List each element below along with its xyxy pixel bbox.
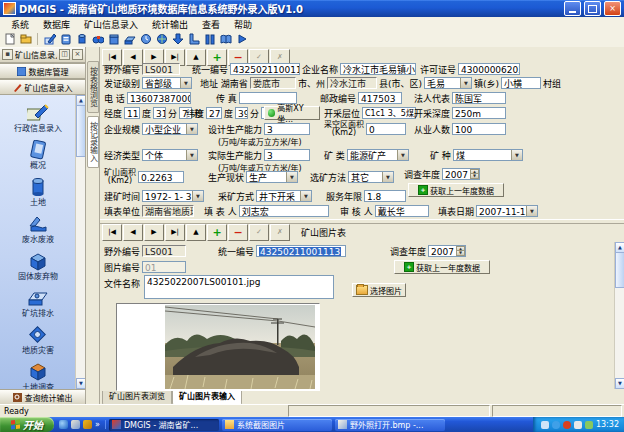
- sidebar-group-database[interactable]: 数据库管理: [0, 63, 85, 79]
- restore-button[interactable]: [584, 1, 601, 16]
- nav-first-button[interactable]: |◀: [102, 224, 122, 241]
- pen-entry-icon[interactable]: [43, 33, 56, 46]
- enterprise-scale-dropdown[interactable]: 小型企业▼: [142, 123, 198, 135]
- chevron-down-icon[interactable]: ▼: [300, 191, 311, 201]
- gauss-xy-button[interactable]: 高斯XY坐...: [264, 106, 320, 120]
- scroll-down-icon[interactable]: ▼: [615, 378, 624, 389]
- chevron-down-icon[interactable]: ▼: [186, 150, 197, 160]
- pic-survey-year-spinner[interactable]: 2007▲▼: [428, 245, 466, 257]
- lat-min-input[interactable]: 39: [235, 107, 248, 119]
- sidebar-pushpin-button[interactable]: ◫: [59, 49, 70, 60]
- chevron-down-icon[interactable]: ▼: [397, 150, 408, 160]
- pic-fetch-previous-year-button[interactable]: + 获取上一年度数据: [394, 260, 490, 274]
- ruler-icon[interactable]: [187, 33, 200, 46]
- employees-input[interactable]: 100: [452, 123, 506, 135]
- license-no-input[interactable]: 4300000620321: [458, 63, 520, 75]
- survey-year-spinner[interactable]: 2007▲▼: [442, 168, 480, 180]
- nav-delete-button[interactable]: −: [228, 224, 248, 241]
- globe-survey-icon[interactable]: [155, 33, 168, 46]
- mining-method-dropdown[interactable]: 井下开采▼: [256, 190, 312, 202]
- land-cylinder-icon[interactable]: [75, 33, 88, 46]
- columns-icon[interactable]: [203, 33, 216, 46]
- tray-network-icon[interactable]: [541, 421, 549, 429]
- mining-depth-input[interactable]: 250m: [452, 107, 506, 119]
- lon-min-input[interactable]: 31: [153, 107, 166, 119]
- nav-prior-button[interactable]: ◀: [123, 224, 143, 241]
- chevron-down-icon[interactable]: ▼: [460, 78, 471, 88]
- lon-deg-input[interactable]: 111: [124, 107, 140, 119]
- actual-capacity-input[interactable]: 3: [264, 149, 310, 161]
- nav-cancel-button[interactable]: ✗: [270, 224, 290, 241]
- menu-help[interactable]: 帮助: [227, 18, 259, 31]
- phone-input[interactable]: 13607387000: [127, 92, 191, 104]
- nav-edit-button[interactable]: ▲: [186, 224, 206, 241]
- design-capacity-input[interactable]: 3: [264, 123, 310, 135]
- tab-record-entry[interactable]: 按记录输入: [87, 116, 99, 168]
- tray-messenger-icon[interactable]: [552, 421, 560, 429]
- binoculars-icon[interactable]: [91, 33, 104, 46]
- sidebar-item-geohazard[interactable]: 地质灾害: [3, 325, 73, 355]
- postcode-input[interactable]: 417503: [358, 92, 402, 104]
- spin-down-icon[interactable]: ▼: [456, 250, 465, 256]
- tray-antivirus-icon[interactable]: [563, 421, 571, 429]
- sidebar-item-wastewater[interactable]: 废水废液: [3, 214, 73, 244]
- sidebar-item-land[interactable]: 土地: [3, 177, 73, 207]
- spin-down-icon[interactable]: ▼: [470, 173, 479, 179]
- tab-picture-browse[interactable]: 矿山图片表浏览: [102, 391, 172, 405]
- production-status-dropdown[interactable]: 生产▼: [246, 171, 298, 183]
- tab-picture-entry[interactable]: 矿山图片表输入: [172, 391, 242, 405]
- scrollbar-thumb[interactable]: [76, 105, 85, 157]
- nav-next-button[interactable]: ▶: [144, 224, 164, 241]
- sidebar-group-query-output[interactable]: 查询统计输出: [0, 389, 85, 405]
- sidebar-scrollbar[interactable]: ▲ ▼: [75, 95, 85, 389]
- quick-launch-more-icon[interactable]: »: [95, 420, 100, 429]
- fill-date-picker[interactable]: 2007-11-13▼: [476, 205, 538, 217]
- chevron-down-icon[interactable]: ▼: [186, 124, 197, 134]
- sidebar-item-solid-waste[interactable]: 固体废弃物: [3, 251, 73, 281]
- sidebar-close-button[interactable]: ×: [72, 49, 83, 60]
- legal-rep-input[interactable]: 陈国军: [452, 92, 506, 104]
- tray-volume-icon[interactable]: [574, 421, 582, 429]
- lat-deg-input[interactable]: 27: [206, 107, 222, 119]
- mine-kind-dropdown[interactable]: 煤▼: [453, 149, 523, 161]
- nav-last-button[interactable]: ▶|: [165, 224, 185, 241]
- open-folder-icon[interactable]: [19, 33, 32, 46]
- tab-table-browse[interactable]: 按表格浏览: [87, 61, 99, 113]
- unified-no-input[interactable]: 43250211001113: [230, 63, 300, 75]
- sidebar-pin-icon[interactable]: ▪: [2, 49, 13, 60]
- choose-picture-button[interactable]: 选择图片: [352, 283, 406, 297]
- town-input[interactable]: 小横: [501, 77, 541, 89]
- chevron-down-icon[interactable]: ▼: [526, 206, 537, 216]
- fetch-previous-year-button[interactable]: + 获取上一年度数据: [408, 183, 504, 197]
- sidebar-item-admin-info[interactable]: 行政信息录入: [3, 103, 73, 133]
- hazard-clock-icon[interactable]: [139, 33, 152, 46]
- chevron-down-icon[interactable]: ▼: [382, 172, 393, 182]
- build-date-picker[interactable]: 1972- 1- 3▼: [142, 190, 204, 202]
- start-button[interactable]: 开始: [0, 417, 54, 432]
- mining-layer-input[interactable]: C1c1 3、5煤层: [362, 107, 416, 119]
- reviewer-input[interactable]: 戴长华: [375, 205, 429, 217]
- goaf-area-input[interactable]: 0: [366, 123, 406, 135]
- sidebar-item-overview[interactable]: 概况: [3, 140, 73, 170]
- county-dropdown[interactable]: 毛易▼: [424, 77, 472, 89]
- menu-system[interactable]: 系统: [4, 18, 36, 31]
- company-input[interactable]: 冷水江市毛易镇小横煤矿: [340, 63, 416, 75]
- waste-box-icon[interactable]: [107, 33, 120, 46]
- new-doc-icon[interactable]: [3, 33, 16, 46]
- beneficiation-dropdown[interactable]: 其它▼: [348, 171, 394, 183]
- mine-class-dropdown[interactable]: 能源矿产▼: [347, 149, 409, 161]
- scroll-down-icon[interactable]: ▼: [76, 378, 85, 389]
- sidebar-group-mine-entry[interactable]: 矿山信息录入: [0, 79, 85, 95]
- task-screenshot-folder[interactable]: 系统截图图片: [222, 419, 332, 431]
- chevron-down-icon[interactable]: ▼: [180, 78, 191, 88]
- task-bmp-image[interactable]: 野外照打开.bmp -...: [335, 419, 445, 431]
- filename-input[interactable]: 4325022007LS00101.jpg: [144, 275, 334, 299]
- tray-safety-icon[interactable]: [585, 421, 593, 429]
- sidebar-item-pit-drainage[interactable]: 矿坑排水: [3, 288, 73, 318]
- media-player-icon[interactable]: [83, 420, 92, 429]
- run-play-icon[interactable]: [235, 33, 248, 46]
- drain-tray-icon[interactable]: [123, 33, 136, 46]
- minimize-button[interactable]: [564, 1, 581, 16]
- service-life-input[interactable]: 1.8: [364, 190, 406, 202]
- ie-icon[interactable]: [59, 420, 68, 429]
